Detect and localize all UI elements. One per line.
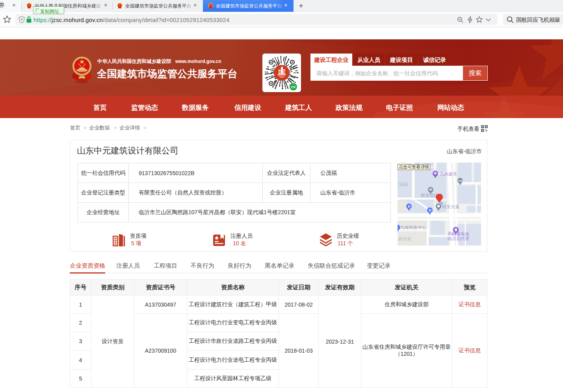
svg-text:联安大厦: 联安大厦 (442, 204, 459, 209)
svg-text:P: P (429, 209, 431, 213)
svg-text:临沂总代理: 临沂总代理 (448, 236, 469, 241)
svg-text:ATM: ATM (458, 180, 463, 182)
svg-text:P: P (408, 205, 411, 209)
svg-text:记花园: 记花园 (398, 182, 408, 187)
svg-text:新华苑: 新华苑 (398, 237, 411, 241)
svg-text:九峰商务中心: 九峰商务中心 (400, 225, 426, 230)
svg-text:风帆蓄电池: 风帆蓄电池 (448, 231, 469, 236)
svg-text:九州超市: 九州超市 (440, 172, 457, 176)
